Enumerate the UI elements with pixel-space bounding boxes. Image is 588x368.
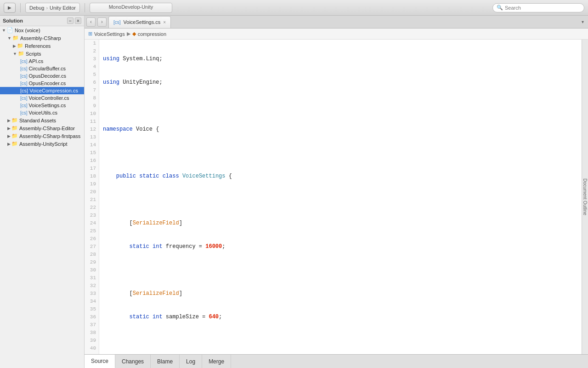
bottom-tab-log[interactable]: Log [180,355,202,368]
sidebar-item-references[interactable]: ▶ 📁 References [0,42,84,50]
close-tab-button[interactable]: × [163,20,166,25]
line-num-11: 11 [85,118,96,126]
unity-editor-label: Unity Editor [50,5,76,11]
line-num-16: 16 [85,157,96,165]
tab-nav-forward[interactable]: › [97,17,107,27]
sidebar-item-scripts[interactable]: ▼ 📁 Scripts [0,50,84,58]
code-breadcrumb: ⊞ VoiceSettings ▶ ◆ compression [85,29,588,40]
solution-icon: 📄 [7,27,13,33]
sidebar-item-nox[interactable]: ▼ 📄 Nox (voice) [0,26,84,34]
sidebar-item-assembly-unityscript[interactable]: ▶ 📁 Assembly-UnityScript [0,140,84,148]
line-num-25: 25 [85,227,96,235]
code-line-3 [103,102,578,110]
sidebar-item-api[interactable]: [cs] API.cs [0,58,84,65]
line-num-1: 1 [85,40,96,47]
code-line-7 [103,196,578,204]
sidebar-item-label: Standard Assets [19,118,56,123]
run-button[interactable] [4,3,16,13]
breadcrumb-class[interactable]: VoiceSettings [94,31,125,37]
cs-file-icon: [cs] [20,96,28,101]
code-line-11: [SerializeField] [103,290,578,298]
sidebar-item-label: Scripts [26,51,41,57]
line-num-18: 18 [85,172,96,180]
expand-arrow-nox: ▼ [2,28,6,33]
bottom-tab-merge[interactable]: Merge [202,355,231,368]
code-line-8: [SerializeField] [103,219,578,227]
line-num-36: 36 [85,313,96,321]
sidebar-item-assembly-editor[interactable]: ▶ 📁 Assembly-CSharp-Editor [0,124,84,132]
code-line-12: static int sampleSize = 640; [103,313,578,321]
code-line-5 [103,149,578,157]
expand-arrow-scripts: ▼ [13,52,17,56]
sidebar-item-assembly-csharp[interactable]: ▼ 📁 Assembly-CSharp [0,34,84,42]
search-input[interactable] [505,5,578,11]
sidebar-item-label: Nox (voice) [15,28,40,33]
sidebar-item-circularbuffer[interactable]: [cs] CircularBuffer.cs [0,65,84,72]
line-num-20: 20 [85,188,96,196]
expand-arrow-refs: ▶ [13,44,16,48]
code-line-4: namespace Voice { [103,126,578,133]
cs-file-icon: [cs] [20,81,28,86]
sidebar-item-label: Assembly-CSharp-Editor [19,126,75,131]
document-outline-label: Document Outline [582,178,588,215]
ide-selector[interactable]: MonoDevelop-Unity [90,3,172,13]
debug-label: Debug [29,5,44,11]
sidebar-item-voiceutils[interactable]: [cs] VoiceUtils.cs [0,109,84,116]
line-num-40: 40 [85,345,96,352]
expand-arrow-assembly: ▼ [7,36,11,40]
tab-overflow-button[interactable]: ▾ [579,18,586,26]
sidebar-item-voicecompression[interactable]: [cs] VoiceCompression.cs [0,87,84,94]
expand-arrow-unityscript: ▶ [7,142,11,146]
bottom-tab-source[interactable]: Source [85,355,115,368]
solution-label: Solution [3,18,23,23]
toolbar-separator [20,3,21,12]
minimize-icon[interactable]: − [67,17,74,24]
sidebar-item-label: OpusDecoder.cs [29,73,66,79]
cs-file-icon: [cs] [20,59,28,64]
sidebar-item-voicecontroller[interactable]: [cs] VoiceController.cs [0,94,84,102]
line-num-21: 21 [85,196,96,204]
search-box[interactable]: 🔍 [492,3,584,12]
debug-breadcrumb: Debug › Unity Editor [25,3,80,13]
bottom-tab-blame[interactable]: Blame [151,355,180,368]
sidebar-tree: ▼ 📄 Nox (voice) ▼ 📁 Assembly-CSharp ▶ 📁 … [0,26,84,368]
assembly-icon: 📁 [11,133,18,139]
editor-tab-voicesettings[interactable]: [cs] VoiceSettings.cs × [108,16,171,28]
sidebar-item-assembly-firstpass[interactable]: ▶ 📁 Assembly-CSharp-firstpass [0,132,84,140]
code-line-1: using System.Linq; [103,55,578,63]
line-num-39: 39 [85,337,96,345]
sidebar-item-standard-assets[interactable]: ▶ 📁 Standard Assets [0,116,84,124]
sidebar-header: Solution − × [0,16,84,26]
breadcrumb-method[interactable]: compression [138,31,166,37]
code-content[interactable]: using System.Linq; using UnityEngine; na… [99,40,582,354]
line-num-28: 28 [85,251,96,259]
cs-file-icon: [cs] [20,66,28,71]
main-layout: Solution − × ▼ 📄 Nox (voice) ▼ 📁 Assembl… [0,16,588,368]
tab-label: VoiceSettings.cs [124,19,161,25]
sidebar-item-label: References [25,43,51,49]
sidebar: Solution − × ▼ 📄 Nox (voice) ▼ 📁 Assembl… [0,16,85,368]
line-num-34: 34 [85,298,96,305]
line-num-13: 13 [85,133,96,141]
cs-tab-icon: [cs] [113,20,121,25]
scripts-folder-icon: 📁 [18,51,24,57]
sidebar-item-label: Assembly-CSharp [20,35,61,41]
sidebar-item-label: Assembly-CSharp-firstpass [19,133,80,139]
tab-nav-back[interactable]: ‹ [86,17,96,27]
close-icon[interactable]: × [75,17,81,24]
sidebar-item-opusencoder[interactable]: [cs] OpusEncoder.cs [0,80,84,87]
toolbar-separator2 [85,3,85,12]
folder-icon: 📁 [11,117,18,123]
line-num-37: 37 [85,321,96,329]
sidebar-item-voicesettings[interactable]: [cs] VoiceSettings.cs [0,102,84,109]
tab-bar: ‹ › [cs] VoiceSettings.cs × ▾ [85,16,588,29]
references-folder-icon: 📁 [17,43,23,49]
document-outline[interactable]: Document Outline [582,40,588,354]
line-num-27: 27 [85,243,96,251]
sidebar-item-label: VoiceCompression.cs [29,88,78,93]
line-num-30: 30 [85,266,96,274]
line-num-23: 23 [85,212,96,219]
bottom-tab-changes[interactable]: Changes [115,355,151,368]
sidebar-item-opusdecoder[interactable]: [cs] OpusDecoder.cs [0,72,84,80]
sidebar-item-label: VoiceUtils.cs [29,110,57,115]
